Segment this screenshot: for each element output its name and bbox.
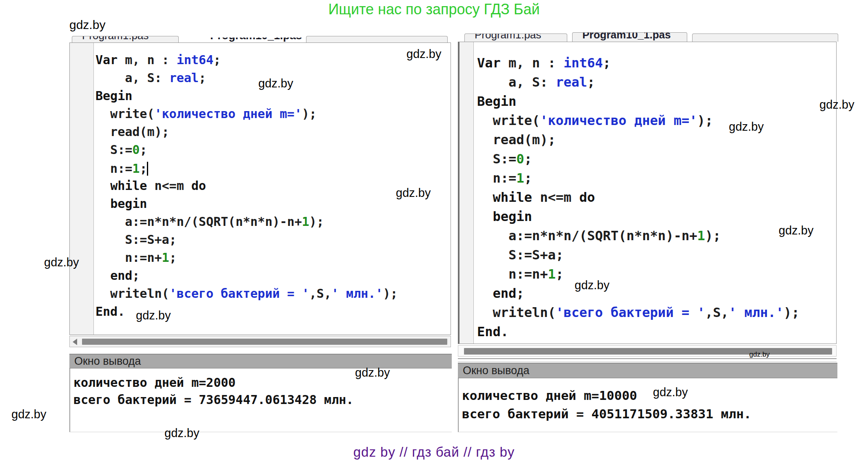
code-number: 1	[162, 250, 169, 265]
code-keyword: end	[493, 286, 517, 301]
code-number: 0	[132, 143, 140, 157]
code-text: n:=n+	[477, 266, 548, 282]
page: Ищите нас по запросу ГДЗ Бай Program1.pa…	[0, 0, 868, 462]
code-text	[477, 209, 493, 224]
code-keyword: End	[477, 324, 501, 339]
editor-tab-label: Program10_1.pas	[210, 38, 302, 42]
code-blue-token: 'количество дней m='	[540, 113, 697, 128]
right-scrollbar-thumb[interactable]	[464, 348, 832, 355]
code-line: end;	[477, 284, 836, 303]
code-text: ;	[603, 55, 610, 71]
code-text: write(	[95, 107, 155, 121]
gdzby-watermark: gdz.by	[819, 98, 854, 112]
gdzby-watermark: gdz.by	[779, 224, 813, 237]
right-window-separator	[458, 358, 837, 362]
right-code-editor[interactable]: Var m, n : int64; a, S: real;Begin write…	[458, 42, 837, 344]
code-text: ;	[199, 71, 206, 85]
right-output-area: количество дней m=10000всего бактерий = …	[458, 378, 837, 432]
editor-tab[interactable]: Program1.pas	[464, 33, 567, 42]
scroll-left-arrow-icon[interactable]	[73, 339, 77, 345]
code-keyword: begin	[110, 196, 147, 211]
code-line: S:=0;	[95, 141, 451, 159]
code-line: writeln('всего бактерий = ',S,' млн.');	[477, 303, 836, 322]
code-line: begin	[477, 207, 836, 226]
gdzby-watermark: gdz.by	[164, 426, 199, 440]
code-number: 1	[548, 266, 555, 282]
code-line: a:=n*n*n/(SQRT(n*n*n)-n+1);	[95, 213, 451, 231]
left-output-title: Окно вывода	[74, 355, 141, 368]
code-line: write('количество дней m=');	[95, 105, 451, 123]
code-text	[95, 196, 110, 211]
text-cursor	[147, 162, 148, 176]
right-tab-strip: Program1.pasProgram10_1.pas	[458, 31, 837, 42]
gdzby-watermark: gdz.by	[44, 256, 79, 269]
code-text: ;	[524, 170, 532, 186]
code-text: ;	[556, 266, 564, 282]
code-number: 1	[132, 161, 140, 176]
code-blue-token: int64	[177, 53, 213, 67]
code-text: ;	[132, 268, 140, 283]
code-text	[477, 190, 493, 205]
code-text: n:=	[477, 170, 516, 186]
code-line: n:=1;	[95, 159, 451, 177]
gdzby-watermark: gdz.by	[406, 47, 441, 61]
left-editor-gutter	[70, 43, 94, 335]
editor-tab-label: Program1.pas	[82, 36, 149, 42]
gdzby-watermark: gdz.by	[575, 279, 609, 292]
code-line: S:=S+a;	[477, 246, 836, 265]
editor-tab[interactable]: Program10_1.pas	[210, 38, 304, 42]
left-output-area: количество дней m=2000всего бактерий = 7…	[69, 368, 452, 432]
code-text: a, S:	[95, 71, 169, 85]
code-number: 1	[516, 170, 524, 186]
gdzby-watermark: gdz.by	[729, 120, 764, 134]
code-keyword: begin	[493, 209, 532, 224]
code-text: S:=S+a;	[477, 247, 564, 263]
code-keyword: while	[493, 190, 532, 205]
left-scrollbar-thumb[interactable]	[82, 339, 447, 345]
code-text: m, n :	[501, 55, 564, 71]
editor-tab-empty[interactable]	[306, 36, 448, 42]
left-horizontal-scrollbar[interactable]	[69, 336, 451, 347]
gdzby-watermark: gdz.by	[355, 366, 390, 379]
gdzby-watermark: gdz.by	[11, 408, 46, 421]
code-keyword: while	[110, 179, 147, 193]
code-number: 1	[697, 228, 705, 243]
code-text: read(m);	[477, 132, 556, 147]
code-text: .	[118, 304, 125, 319]
code-blue-token: 'количество дней m='	[155, 107, 302, 121]
right-code-area[interactable]: Var m, n : int64; a, S: real;Begin write…	[474, 42, 836, 344]
editor-tab[interactable]: Program1.pas	[72, 36, 179, 42]
code-blue-token: ' млн.'	[331, 286, 383, 301]
code-text: );	[697, 113, 713, 128]
code-text: ,S,	[705, 305, 729, 320]
code-text	[95, 179, 110, 193]
code-keyword: end	[110, 268, 132, 283]
code-keyword: Begin	[95, 89, 132, 103]
code-text: write(	[477, 113, 540, 128]
code-keyword: Begin	[477, 94, 516, 109]
code-text: );	[302, 107, 317, 121]
code-text: S:=	[95, 143, 132, 157]
left-output-header: Окно вывода	[69, 354, 452, 368]
right-output-title: Окно вывода	[463, 364, 529, 377]
code-keyword: do	[191, 179, 206, 193]
code-text: n<=m	[147, 179, 191, 193]
editor-tab-label: Program10_1.pas	[582, 32, 671, 41]
code-line: write('количество дней m=');	[477, 111, 836, 130]
right-output-header: Окно вывода	[458, 363, 837, 378]
code-text: n:=n+	[95, 250, 162, 265]
code-number: 1	[302, 214, 309, 229]
code-text: a, S:	[477, 74, 556, 90]
code-line: n:=n+1;	[95, 249, 451, 267]
top-promo-text: Ищите нас по запросу ГДЗ Бай	[0, 1, 868, 18]
code-text: ;	[213, 53, 221, 67]
output-line: всего бактерий = 73659447.0613428 млн.	[73, 391, 452, 408]
editor-tab[interactable]: Program10_1.pas	[572, 32, 687, 42]
editor-tab-empty[interactable]	[692, 33, 838, 42]
right-editor-gutter	[460, 42, 474, 344]
gdzby-watermark: gdz.by	[258, 77, 293, 90]
code-keyword: Var	[477, 55, 501, 71]
code-text: ;	[524, 151, 532, 167]
code-number: 0	[516, 151, 524, 167]
right-horizontal-scrollbar[interactable]	[458, 345, 837, 357]
